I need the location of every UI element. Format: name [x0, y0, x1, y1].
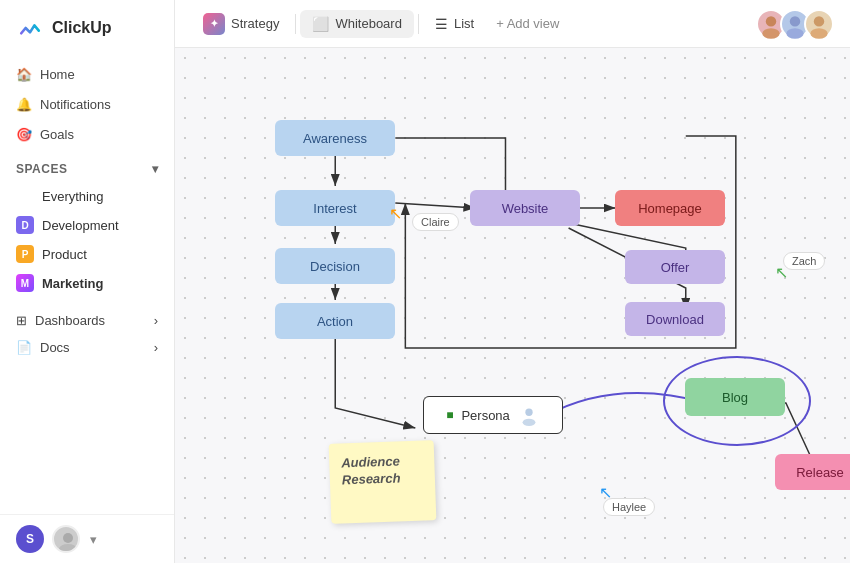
svg-point-12: [522, 419, 535, 426]
node-offer[interactable]: Offer: [625, 250, 725, 284]
whiteboard-label: Whiteboard: [335, 16, 401, 31]
svg-point-1: [63, 533, 73, 543]
avatar-3-img: [806, 9, 832, 39]
svg-point-8: [810, 28, 827, 38]
sidebar-item-product[interactable]: P Product: [8, 240, 166, 268]
whiteboard-canvas[interactable]: Awareness Interest Decision Action Websi…: [175, 48, 850, 563]
cursor-claire: Claire: [412, 213, 459, 231]
tab-divider2: [418, 14, 419, 34]
svg-point-2: [59, 544, 77, 553]
spaces-collapse-icon[interactable]: ▾: [152, 162, 159, 176]
dashboards-label: Dashboards: [35, 313, 105, 328]
sidebar-item-goals[interactable]: 🎯 Goals: [8, 120, 166, 148]
home-icon: 🏠: [16, 66, 32, 82]
marketing-icon: M: [16, 274, 34, 292]
tab-list[interactable]: ☰ List: [423, 10, 486, 38]
node-download-label: Download: [646, 312, 704, 327]
svg-point-7: [814, 16, 824, 26]
persona-dot: ■: [446, 408, 453, 422]
blue-cursor: ↖: [599, 483, 612, 502]
green-cursor: ↖: [775, 263, 788, 282]
list-label: List: [454, 16, 474, 31]
sidebar-item-notifications[interactable]: 🔔 Notifications: [8, 90, 166, 118]
sidebar-item-goals-label: Goals: [40, 127, 74, 142]
svg-point-4: [762, 28, 779, 38]
development-icon: D: [16, 216, 34, 234]
add-view-button[interactable]: + Add view: [486, 10, 569, 37]
node-blog[interactable]: Blog: [685, 378, 785, 416]
node-action-label: Action: [317, 314, 353, 329]
node-interest[interactable]: Interest: [275, 190, 395, 226]
clickup-logo-icon: [16, 14, 44, 42]
strategy-icon: ✦: [203, 13, 225, 35]
app-name: ClickUp: [52, 19, 112, 37]
logo[interactable]: ClickUp: [0, 0, 174, 56]
svg-point-5: [790, 16, 800, 26]
tab-strategy[interactable]: ✦ Strategy: [191, 7, 291, 41]
docs-icon: 📄: [16, 340, 32, 355]
strategy-label: Strategy: [231, 16, 279, 31]
svg-rect-0: [16, 14, 44, 42]
user-avatar-s[interactable]: S: [16, 525, 44, 553]
spaces-list: Everything D Development P Product M Mar…: [0, 180, 174, 299]
tab-whiteboard[interactable]: ⬜ Whiteboard: [300, 10, 413, 38]
sidebar-item-home-label: Home: [40, 67, 75, 82]
node-blog-label: Blog: [722, 390, 748, 405]
node-awareness-label: Awareness: [303, 131, 367, 146]
node-website-label: Website: [502, 201, 549, 216]
node-download[interactable]: Download: [625, 302, 725, 336]
docs-label: Docs: [40, 340, 70, 355]
node-release-label: Release: [796, 465, 844, 480]
node-homepage-label: Homepage: [638, 201, 702, 216]
sidebar: ClickUp 🏠 Home 🔔 Notifications 🎯 Goals S…: [0, 0, 175, 563]
dashboards-expand-icon: ›: [154, 313, 158, 328]
node-decision[interactable]: Decision: [275, 248, 395, 284]
topbar: ✦ Strategy ⬜ Whiteboard ☰ List + Add vie…: [175, 0, 850, 48]
user-menu-arrow[interactable]: ▾: [90, 532, 97, 547]
marketing-label: Marketing: [42, 276, 103, 291]
avatars-group: [756, 9, 834, 39]
node-persona-label: Persona: [461, 408, 509, 423]
user-avatar-photo: [52, 525, 80, 553]
node-awareness[interactable]: Awareness: [275, 120, 395, 156]
node-release[interactable]: Release: [775, 454, 850, 490]
sidebar-item-notifications-label: Notifications: [40, 97, 111, 112]
avatar-placeholder: [54, 527, 80, 553]
sidebar-footer: S ▾: [0, 514, 174, 563]
cursor-zach-label: Zach: [792, 255, 816, 267]
collaborators-area: [756, 9, 834, 39]
svg-point-6: [786, 28, 803, 38]
add-view-label: + Add view: [496, 16, 559, 31]
product-icon: P: [16, 245, 34, 263]
list-icon: ☰: [435, 16, 448, 32]
sidebar-item-everything[interactable]: Everything: [8, 182, 166, 210]
everything-icon: [16, 187, 34, 205]
dashboards-icon: ⊞: [16, 313, 27, 328]
notification-icon: 🔔: [16, 96, 32, 112]
node-action[interactable]: Action: [275, 303, 395, 339]
spaces-header: Spaces ▾: [0, 152, 174, 180]
cursor-claire-label: Claire: [421, 216, 450, 228]
spaces-label: Spaces: [16, 162, 67, 176]
nav-section: 🏠 Home 🔔 Notifications 🎯 Goals: [0, 56, 174, 152]
tab-divider: [295, 14, 296, 34]
goals-icon: 🎯: [16, 126, 32, 142]
svg-point-3: [766, 16, 776, 26]
node-persona[interactable]: ■ Persona: [423, 396, 563, 434]
node-website[interactable]: Website: [470, 190, 580, 226]
node-homepage[interactable]: Homepage: [615, 190, 725, 226]
main-area: ✦ Strategy ⬜ Whiteboard ☰ List + Add vie…: [175, 0, 850, 563]
sidebar-item-dashboards[interactable]: ⊞ Dashboards ›: [8, 307, 166, 334]
persona-avatar-icon: [518, 404, 540, 426]
sidebar-item-home[interactable]: 🏠 Home: [8, 60, 166, 88]
orange-cursor: ↖: [389, 204, 402, 223]
sidebar-item-development[interactable]: D Development: [8, 211, 166, 239]
sidebar-item-docs[interactable]: 📄 Docs ›: [8, 334, 166, 361]
sidebar-item-marketing[interactable]: M Marketing: [8, 269, 166, 297]
canvas-container: ↖ ✏️ ⬜ 🗒 T ◇ ⚙ 🌐 🖼 •••: [175, 48, 850, 563]
everything-label: Everything: [42, 189, 103, 204]
avatar-3: [804, 9, 834, 39]
development-label: Development: [42, 218, 119, 233]
sticky-note-audience-research[interactable]: AudienceResearch: [329, 440, 437, 524]
sidebar-sections: ⊞ Dashboards › 📄 Docs ›: [0, 299, 174, 361]
